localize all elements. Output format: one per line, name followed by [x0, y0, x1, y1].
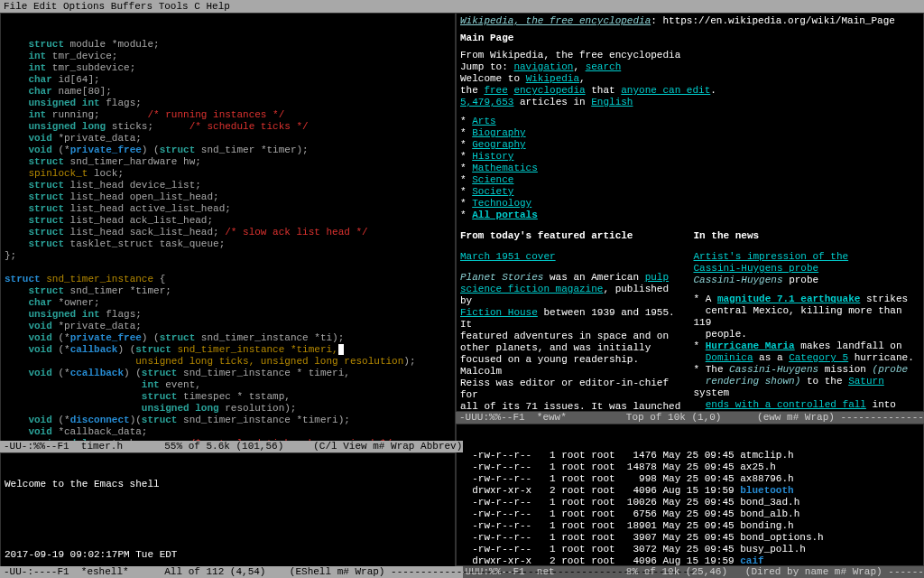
eww-page-title: Main Page: [460, 33, 919, 44]
eshell-timestamp: 2017-09-19 09:02:17PM Tue EDT: [5, 549, 451, 561]
eshell-modeline: -UU-:----F1 *eshell* All of 112 (4,54) (…: [0, 566, 463, 578]
dired-entry[interactable]: caif: [740, 555, 763, 566]
eww-article-count: 5,479,653 articles in English: [460, 97, 919, 108]
featured-heading: From today's featured article: [460, 230, 687, 242]
eww-jump-search[interactable]: search: [586, 61, 622, 72]
dired-entry[interactable]: busy_poll.h: [740, 544, 806, 555]
eww-site-link[interactable]: Wikipedia, the free encyclopedia: [460, 15, 651, 26]
eww-browser-pane[interactable]: Wikipedia, the free encyclopedia: https:…: [456, 13, 924, 412]
news-column: In the news Artist's impression of the C…: [694, 230, 920, 412]
eww-jump: Jump to: navigation, search: [460, 61, 919, 73]
wikipedia-link[interactable]: Wikipedia: [526, 73, 579, 84]
portal-mathematics[interactable]: Mathematics: [472, 163, 538, 173]
dired-listing: -rw-r--r-- 1 root root 1476 May 25 09:45…: [460, 450, 919, 566]
featured-body: Planet Stories was an American pulp scie…: [460, 272, 687, 412]
dired-entry[interactable]: bond_options.h: [740, 532, 823, 543]
eshell-pane[interactable]: Welcome to the Emacs shell 2017-09-19 09…: [0, 452, 456, 578]
dired-entry[interactable]: bond_alb.h: [740, 508, 799, 519]
source-code-pane[interactable]: struct module *module; int tmr_device; i…: [0, 13, 456, 452]
eww-jump-nav[interactable]: navigation: [513, 61, 573, 72]
news-heading: In the news: [694, 230, 920, 242]
free-link[interactable]: free: [484, 85, 507, 96]
eww-tagline: the free encyclopedia that anyone can ed…: [460, 85, 919, 97]
dired-entry[interactable]: bond_3ad.h: [740, 497, 799, 508]
eww-welcome: Welcome to Wikipedia,: [460, 73, 919, 85]
eww-from-line: From Wikipedia, the free encyclopedia: [460, 50, 919, 61]
anyone-edit-link[interactable]: anyone can edit: [621, 85, 710, 96]
portal-geography[interactable]: Geography: [472, 139, 525, 150]
news-top-probe: Cassini-Huygens: [694, 275, 783, 285]
portal-science[interactable]: Science: [472, 174, 513, 185]
all-portals-link[interactable]: All portals: [472, 210, 538, 220]
dired-entry[interactable]: bonding.h: [740, 520, 793, 531]
dired-entry[interactable]: atmclip.h: [740, 450, 793, 461]
eww-modeline: -UUU:%%--F1 *eww* Top of 10k (1,0) (eww …: [456, 412, 924, 424]
emacs-menubar[interactable]: File Edit Options Buffers Tools C Help: [0, 0, 924, 13]
news-body: * A magnitude 7.1 earthquake strikes cen…: [694, 294, 920, 412]
news-top-link2[interactable]: Cassini-Huygens probe: [694, 263, 920, 275]
portal-technology[interactable]: Technology: [472, 198, 531, 209]
featured-column: From today's featured article March 1951…: [460, 230, 687, 412]
english-link[interactable]: English: [591, 97, 633, 107]
eww-url: : https://en.wikipedia.org/wiki/Main_Pag…: [651, 15, 895, 26]
portal-list: * Arts* Biography* Geography* History* M…: [460, 116, 919, 210]
article-count-link[interactable]: 5,479,653: [460, 97, 513, 107]
right-column: Wikipedia, the free encyclopedia: https:…: [456, 13, 924, 578]
encyclopedia-link[interactable]: encyclopedia: [513, 85, 585, 96]
code-modeline: -UU-:%%--F1 timer.h 55% of 5.6k (101,56)…: [0, 441, 463, 452]
portal-society[interactable]: Society: [472, 186, 513, 197]
featured-cover-link[interactable]: March 1951 cover: [460, 251, 556, 262]
frame-grid: struct module *module; int tmr_device; i…: [0, 13, 924, 578]
portal-biography[interactable]: Biography: [472, 127, 525, 138]
dired-entry[interactable]: ax88796.h: [740, 473, 793, 484]
eww-header: Wikipedia, the free encyclopedia: https:…: [460, 15, 919, 27]
portal-arts[interactable]: Arts: [472, 116, 495, 126]
source-code-body: struct module *module; int tmr_device; i…: [5, 39, 451, 452]
eww-jump-label: Jump to:: [460, 61, 513, 72]
portal-history[interactable]: History: [472, 151, 513, 162]
news-top-link[interactable]: Artist's impression of the: [694, 251, 920, 263]
dired-entry[interactable]: bluetooth: [740, 485, 793, 496]
eshell-welcome: Welcome to the Emacs shell: [5, 479, 451, 490]
dired-entry[interactable]: ax25.h: [740, 461, 776, 472]
blank-line: [5, 514, 451, 526]
